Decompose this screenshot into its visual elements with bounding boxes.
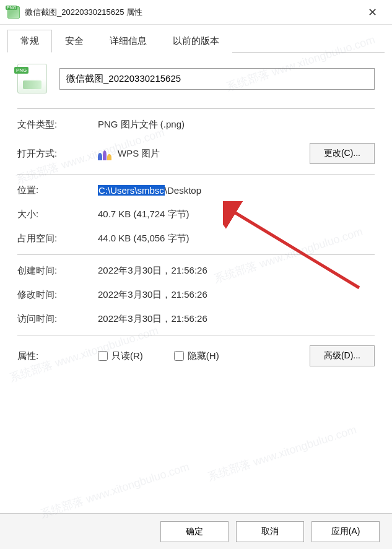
sizeondisk-label: 占用空间: (17, 233, 98, 244)
change-button[interactable]: 更改(C)... (310, 143, 375, 164)
watermark: 系统部落 www.xitongbuluo.com (206, 422, 358, 484)
dialog-button-bar: 确定 取消 应用(A) (0, 513, 392, 549)
accessed-value: 2022年3月30日，21:56:26 (98, 313, 375, 325)
divider (17, 108, 375, 109)
size-label: 大小: (17, 209, 98, 220)
openwith-label: 打开方式: (17, 148, 98, 160)
created-label: 创建时间: (17, 265, 98, 277)
window-title: 微信截图_20220330215625 属性 (25, 7, 360, 18)
wps-app-icon (98, 147, 111, 160)
location-selected-text: C:\Users\smbsc (98, 185, 165, 196)
titlebar: 微信截图_20220330215625 属性 ✕ (0, 0, 392, 25)
tab-security[interactable]: 安全 (52, 30, 97, 53)
filetype-label: 文件类型: (17, 119, 98, 131)
close-button[interactable]: ✕ (360, 3, 385, 22)
watermark: 系统部落 www.xitongbuluo.com (38, 459, 191, 521)
created-value: 2022年3月30日，21:56:26 (98, 265, 375, 277)
divider (17, 335, 375, 335)
readonly-checkbox-wrap[interactable]: 只读(R) (98, 350, 143, 362)
properties-panel: 文件类型: PNG 图片文件 (.png) 打开方式: WPS 图片 更改(C)… (0, 53, 392, 384)
ok-button[interactable]: 确定 (160, 521, 229, 542)
png-file-icon (7, 6, 20, 19)
hidden-label: 隐藏(H) (188, 350, 219, 362)
location-value[interactable]: C:\Users\smbsc\Desktop (98, 185, 375, 196)
filename-input[interactable] (59, 68, 375, 90)
tab-details[interactable]: 详细信息 (97, 30, 160, 53)
location-label: 位置: (17, 184, 98, 196)
modified-label: 修改时间: (17, 289, 98, 301)
location-rest-text: \Desktop (165, 185, 201, 196)
readonly-checkbox[interactable] (98, 351, 108, 361)
divider (17, 254, 375, 255)
hidden-checkbox[interactable] (174, 351, 184, 361)
apply-button[interactable]: 应用(A) (311, 521, 380, 542)
tab-strip: 常规 安全 详细信息 以前的版本 (0, 25, 392, 53)
hidden-checkbox-wrap[interactable]: 隐藏(H) (174, 350, 219, 362)
advanced-button[interactable]: 高级(D)... (310, 345, 375, 366)
divider (17, 174, 375, 175)
readonly-label: 只读(R) (111, 350, 143, 362)
tab-general[interactable]: 常规 (7, 30, 52, 53)
tab-previous-versions[interactable]: 以前的版本 (160, 30, 232, 53)
sizeondisk-value: 44.0 KB (45,056 字节) (98, 233, 375, 244)
png-file-icon-large (17, 64, 47, 93)
accessed-label: 访问时间: (17, 313, 98, 325)
attributes-label: 属性: (17, 350, 98, 362)
filetype-value: PNG 图片文件 (.png) (98, 119, 375, 131)
size-value: 40.7 KB (41,724 字节) (98, 209, 375, 220)
cancel-button[interactable]: 取消 (236, 521, 304, 542)
modified-value: 2022年3月30日，21:56:26 (98, 289, 375, 301)
openwith-value: WPS 图片 (118, 148, 160, 160)
